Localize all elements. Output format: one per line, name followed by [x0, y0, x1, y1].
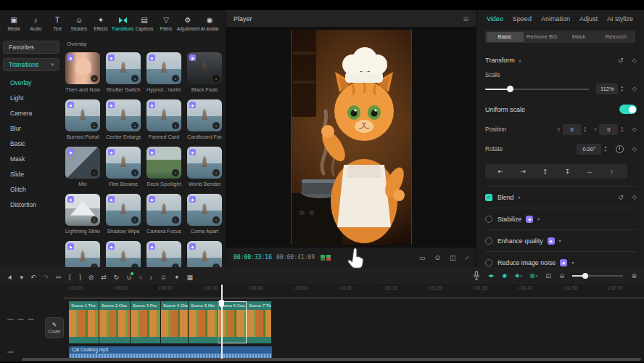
collapse-icon[interactable]: ∧: [519, 58, 521, 63]
transition-thumbnail[interactable]: ◆↓: [146, 241, 181, 267]
tab-animation[interactable]: Animation: [541, 15, 570, 23]
checkbox-icon[interactable]: [485, 216, 492, 223]
toolbar-item-ai-avatar[interactable]: ◉AI avatar: [199, 16, 220, 31]
keyframe-toggle-icon[interactable]: ◈▾: [515, 272, 522, 279]
keyframe-icon[interactable]: ◇: [632, 194, 637, 200]
transition-item-camera-focus[interactable]: ◆↓Camera Focus: [146, 194, 181, 234]
download-icon[interactable]: ↓: [212, 75, 220, 82]
toolbar-item-transitions[interactable]: Transitions: [112, 16, 133, 31]
position-y-field[interactable]: 0: [599, 124, 618, 135]
toolbar-item-effects[interactable]: ✦Effects: [90, 16, 112, 31]
grid-icon[interactable]: ◫: [450, 254, 456, 261]
timeline-zoom-slider[interactable]: [572, 275, 623, 277]
position-keyframe-icon[interactable]: ◇: [632, 126, 637, 133]
track-control-icon[interactable]: [17, 319, 24, 320]
timeline-clip-scene-1-the[interactable]: Scene 1 The: [69, 301, 99, 343]
rotate-stepper[interactable]: ▲▼: [603, 146, 606, 152]
transition-item[interactable]: ◆↓: [146, 241, 181, 267]
chevron-down-icon[interactable]: ▾: [519, 195, 521, 200]
ratio-icon[interactable]: ▭: [419, 254, 426, 261]
transition-thumbnail[interactable]: ◆↓: [146, 99, 181, 131]
sidebar-item-distortion[interactable]: Distortion: [3, 197, 64, 213]
transition-thumbnail[interactable]: ◆↓: [187, 52, 222, 84]
section-stabilize[interactable]: Stabilize◆▾: [485, 208, 637, 229]
toolbar-item-adjustment[interactable]: ⚙Adjustment: [177, 16, 199, 31]
download-icon[interactable]: ↓: [131, 216, 139, 224]
download-icon[interactable]: ↓: [212, 216, 220, 224]
rotate-value-field[interactable]: 0.00°: [577, 144, 601, 155]
focus-icon[interactable]: ⊙: [434, 254, 440, 261]
player-options-icon[interactable]: ⊞: [463, 15, 468, 23]
tab-speed[interactable]: Speed: [513, 15, 532, 23]
sidebar-item-blur[interactable]: Blur: [3, 121, 64, 136]
section-blend[interactable]: ✓Blend▾↺◇: [485, 186, 637, 208]
align-icon-5[interactable]: ↕: [600, 168, 623, 175]
transition-thumbnail[interactable]: ◆↓: [187, 99, 222, 131]
transition-item-come-apart[interactable]: ◆↓Come Apart: [187, 194, 222, 234]
transition-thumbnail[interactable]: ◆↓: [106, 194, 141, 226]
transition-item-hypnot-vortex[interactable]: ◆↓Hypnot...Vortex: [146, 52, 181, 93]
delete-icon[interactable]: ⊘: [88, 274, 94, 281]
zoom-out-icon[interactable]: ⊖: [559, 272, 565, 280]
snap-toggle-icon[interactable]: ◍▾: [530, 272, 538, 279]
transition-item-fanned-card[interactable]: ◆↓Fanned Card: [146, 99, 181, 140]
transition-item-center-enlarge[interactable]: ◆↓Center Enlarge: [106, 99, 141, 140]
download-icon[interactable]: ↓: [172, 169, 179, 176]
undo-icon[interactable]: ↶: [30, 274, 36, 281]
microphone-icon[interactable]: [473, 271, 480, 280]
download-icon[interactable]: ↓: [172, 216, 179, 224]
transition-thumbnail[interactable]: ◆↓: [65, 147, 100, 179]
transition-item-world-bender[interactable]: ◆↓World Bender: [187, 147, 222, 187]
position-x-stepper[interactable]: ▲▼: [584, 126, 587, 133]
rotate-keyframe-icon[interactable]: ◇: [632, 146, 637, 152]
trim-left-icon[interactable]: ⌈: [69, 274, 72, 281]
chevron-down-icon[interactable]: ▾: [559, 238, 561, 243]
section-enhance-quality[interactable]: Enhance quality◆▾: [485, 229, 637, 251]
reset-icon[interactable]: ↺: [618, 194, 624, 201]
transition-thumbnail[interactable]: ◆↓: [65, 99, 100, 131]
timeline-clip-scene-2-cho[interactable]: Scene 2 Cho: [99, 301, 131, 343]
uniform-scale-toggle[interactable]: [619, 105, 637, 114]
sidebar-item-basic[interactable]: Basic: [3, 136, 64, 152]
transition-item[interactable]: ◆↓: [187, 241, 222, 267]
download-icon[interactable]: ↓: [91, 169, 98, 176]
timeline-clip-scene-7-tha[interactable]: Scene 7 Tha: [247, 301, 272, 343]
transition-item[interactable]: ◆↓: [65, 241, 100, 267]
redo-icon[interactable]: ↷: [44, 274, 49, 281]
screen-icon[interactable]: ▦: [187, 274, 194, 281]
checkbox-checked-icon[interactable]: ✓: [485, 194, 492, 201]
select-dropdown-icon[interactable]: ▾: [20, 274, 24, 281]
voice-icon[interactable]: ☺: [160, 274, 167, 281]
download-icon[interactable]: ↓: [91, 75, 98, 82]
track-control-icon[interactable]: [7, 319, 14, 320]
sidebar-item-mask[interactable]: Mask: [3, 152, 64, 167]
download-icon[interactable]: ↓: [212, 169, 220, 176]
scale-slider-knob[interactable]: [507, 86, 513, 92]
transition-thumbnail[interactable]: ◆↓: [65, 52, 100, 84]
rotate-dial[interactable]: [616, 145, 624, 153]
align-icon-1[interactable]: ⇥: [512, 168, 534, 175]
scale-slider[interactable]: [485, 89, 589, 90]
transition-thumbnail[interactable]: ◆↓: [106, 99, 141, 131]
zoom-in-icon[interactable]: ⊕: [631, 272, 637, 280]
timeline-clip-scene-4-che[interactable]: Scene 4 Che: [161, 301, 189, 343]
transition-item-burned-portal[interactable]: ◆↓Burned Portal: [65, 99, 100, 140]
transition-thumbnail[interactable]: ◆↓: [106, 52, 141, 84]
cover-button[interactable]: ✎ Cover: [45, 317, 64, 338]
transition-item-cardboard-fan[interactable]: ◆↓Cardboard Fan: [187, 99, 222, 140]
checkbox-icon[interactable]: [485, 237, 492, 245]
link-clips-icon[interactable]: ◉: [502, 272, 507, 279]
download-icon[interactable]: ↓: [131, 169, 139, 176]
chevron-down-icon[interactable]: ▾: [571, 260, 574, 265]
align-icon-3[interactable]: ↧: [556, 168, 579, 175]
toolbar-item-filters[interactable]: ▽Filters: [155, 16, 177, 31]
display-mode-icon[interactable]: ⊡: [545, 272, 551, 280]
transition-item-film-browse[interactable]: ◆↓Film Browse: [106, 147, 141, 187]
transitions-category-button[interactable]: Transitions ▾: [3, 58, 59, 71]
download-icon[interactable]: ↓: [172, 122, 179, 129]
split-icon[interactable]: ✂: [56, 274, 62, 281]
trim-right-icon[interactable]: ⌉: [78, 274, 81, 281]
favorites-button[interactable]: Favorites: [3, 41, 59, 54]
audio-clip[interactable]: Cat Cooking.mp3: [69, 346, 272, 359]
transform-keyframe-icon[interactable]: ◇: [632, 57, 637, 64]
